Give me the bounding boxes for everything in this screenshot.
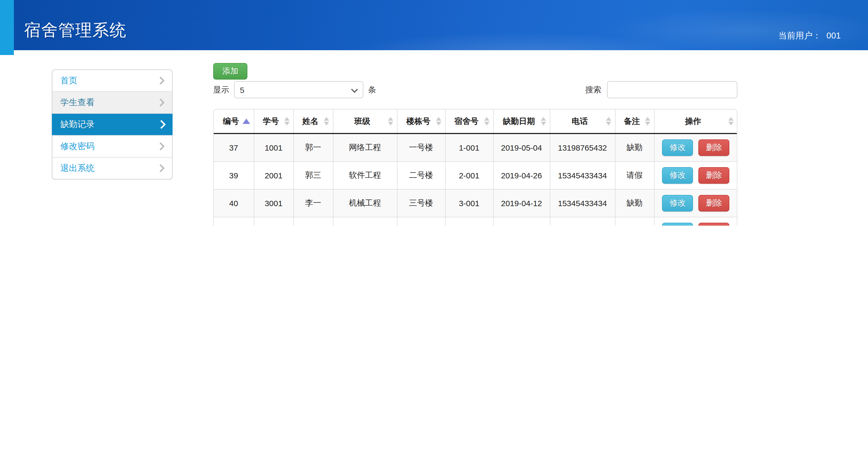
chevron-right-icon	[156, 76, 164, 85]
cell-id: 39	[214, 162, 254, 189]
delete-button[interactable]: 删除	[699, 195, 730, 212]
current-user: 当前用户：001	[778, 30, 841, 42]
chevron-right-icon	[157, 120, 166, 129]
sort-icon	[323, 117, 329, 126]
search-input[interactable]	[607, 81, 737, 98]
column-header-id[interactable]: 编号	[214, 109, 254, 133]
cell-class: 网络工程	[333, 217, 397, 226]
column-header-building[interactable]: 楼栋号	[397, 109, 445, 133]
chevron-right-icon	[156, 164, 164, 172]
cell-absence-date: 2019-05-03	[493, 217, 550, 226]
page-size-control: 显示 5 条	[213, 81, 376, 98]
cell-actions: 修改删除	[654, 162, 737, 189]
cell-name: 李一	[293, 189, 333, 217]
cell-id: 42	[214, 217, 254, 226]
cell-remark: 缺勤	[615, 217, 654, 226]
sort-icon	[436, 117, 441, 126]
absence-table-wrap: 编号 学号 姓名 班级	[213, 109, 737, 226]
table-row: 37 1001 郭一 网络工程 一号楼 1-001 2019-05-04 131…	[214, 133, 737, 162]
show-label: 显示	[213, 85, 229, 95]
sidebar-item-absence-records[interactable]: 缺勤记录	[52, 114, 173, 136]
cell-actions: 修改删除	[654, 217, 737, 226]
column-header-phone[interactable]: 电话	[550, 109, 615, 133]
sidebar-item-logout[interactable]: 退出系统	[52, 158, 172, 179]
column-header-absence-date[interactable]: 缺勤日期	[493, 109, 550, 133]
cell-actions: 修改删除	[654, 133, 737, 162]
table-row: 40 3001 李一 机械工程 三号楼 3-001 2019-04-12 153…	[214, 189, 737, 217]
absence-table: 编号 学号 姓名 班级	[214, 109, 737, 226]
sort-icon	[728, 117, 734, 126]
column-header-actions[interactable]: 操作	[654, 109, 737, 133]
cell-student-no: 2001	[254, 162, 293, 189]
add-button[interactable]: 添加	[213, 63, 247, 79]
cell-student-no: 1001	[254, 133, 293, 162]
cell-building: 一号楼	[397, 133, 445, 162]
cell-building: 一号楼	[397, 217, 445, 226]
table-row: 42 1001 郭一 网络工程 一号楼 1-001 2019-05-03 131…	[214, 217, 737, 226]
sidebar-item-change-password[interactable]: 修改密码	[52, 136, 172, 158]
search-label: 搜索	[585, 85, 601, 95]
cell-name: 郭一	[293, 133, 333, 162]
current-user-label: 当前用户：	[778, 31, 821, 40]
cell-name: 郭一	[293, 217, 333, 226]
sidebar-menu: 首页 学生查看 缺勤记录 修改密码 退出系统	[52, 69, 173, 180]
cell-remark: 请假	[615, 162, 654, 189]
sidebar-item-home[interactable]: 首页	[52, 70, 172, 92]
delete-button[interactable]: 删除	[699, 139, 730, 156]
cell-name: 郭三	[293, 162, 333, 189]
cell-absence-date: 2019-04-12	[493, 189, 550, 217]
cell-id: 40	[214, 189, 254, 217]
main-content: 添加 显示 5 条 搜索	[213, 63, 737, 226]
unit-label: 条	[368, 85, 376, 95]
column-header-dorm-no[interactable]: 宿舍号	[445, 109, 493, 133]
sort-icon	[284, 117, 289, 126]
sidebar-item-label: 修改密码	[60, 141, 95, 151]
left-accent-stripe	[0, 0, 14, 55]
cell-dorm-no: 3-001	[445, 189, 493, 217]
edit-button[interactable]: 修改	[662, 139, 693, 156]
page-title: 宿舍管理系统	[24, 19, 127, 42]
cell-remark: 缺勤	[615, 189, 654, 217]
cell-dorm-no: 1-001	[445, 133, 493, 162]
sidebar-item-label: 缺勤记录	[60, 120, 95, 129]
cell-student-no: 1001	[254, 217, 293, 226]
edit-button[interactable]: 修改	[662, 223, 693, 226]
column-header-student-no[interactable]: 学号	[254, 109, 293, 133]
app-header: 宿舍管理系统 当前用户：001	[0, 0, 868, 50]
column-header-class[interactable]: 班级	[333, 109, 397, 133]
cell-building: 二号楼	[397, 162, 445, 189]
cell-phone: 13198765432	[550, 217, 615, 226]
cell-class: 软件工程	[333, 162, 397, 189]
table-row: 39 2001 郭三 软件工程 二号楼 2-001 2019-04-26 153…	[214, 162, 737, 189]
sidebar-item-students[interactable]: 学生查看	[52, 92, 172, 114]
delete-button[interactable]: 删除	[699, 223, 730, 226]
current-user-value: 001	[827, 31, 841, 40]
table-header-row: 编号 学号 姓名 班级	[214, 109, 737, 133]
sidebar-item-label: 首页	[60, 76, 78, 85]
cell-id: 37	[214, 133, 254, 162]
sort-icon	[645, 117, 650, 126]
column-header-name[interactable]: 姓名	[293, 109, 333, 133]
chevron-right-icon	[156, 98, 164, 106]
sort-asc-icon	[242, 119, 250, 124]
page-size-select[interactable]: 5	[234, 81, 363, 98]
cell-remark: 缺勤	[615, 133, 654, 162]
cell-class: 机械工程	[333, 189, 397, 217]
search-control: 搜索	[585, 81, 737, 98]
sidebar-item-label: 学生查看	[60, 98, 95, 107]
column-header-remark[interactable]: 备注	[615, 109, 654, 133]
sidebar-item-label: 退出系统	[60, 163, 95, 172]
delete-button[interactable]: 删除	[699, 167, 730, 184]
cell-student-no: 3001	[254, 189, 293, 217]
table-toolbar: 显示 5 条 搜索	[213, 81, 737, 98]
sort-icon	[388, 117, 393, 126]
sort-icon	[540, 117, 546, 126]
page-size-select-wrap: 5	[234, 81, 363, 98]
cell-phone: 13198765432	[550, 133, 615, 162]
cell-dorm-no: 2-001	[445, 162, 493, 189]
cell-phone: 15345433434	[550, 189, 615, 217]
edit-button[interactable]: 修改	[662, 167, 693, 184]
edit-button[interactable]: 修改	[662, 195, 693, 212]
sort-icon	[606, 117, 611, 126]
cell-class: 网络工程	[333, 133, 397, 162]
